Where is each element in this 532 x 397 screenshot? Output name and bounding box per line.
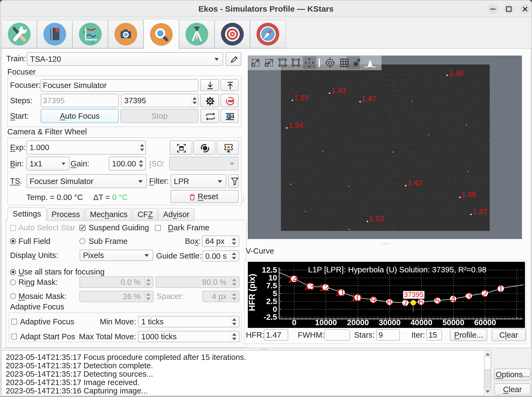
svg-text:9: 9 [371, 295, 376, 305]
svg-text:2.5: 2.5 [266, 297, 277, 306]
svg-text:13: 13 [304, 281, 315, 292]
svg-text:11: 11 [335, 287, 345, 298]
svg-text:10: 10 [351, 292, 362, 303]
svg-text:50000: 50000 [443, 318, 464, 327]
svg-text:1.42: 1.42 [408, 179, 422, 187]
svg-text:5: 5 [273, 289, 277, 298]
svg-text:1.43: 1.43 [331, 86, 346, 95]
svg-text:8: 8 [387, 297, 392, 307]
svg-text:14: 14 [288, 274, 298, 284]
svg-text:20000: 20000 [347, 318, 369, 327]
svg-text:10000: 10000 [315, 318, 337, 327]
svg-text:1.47: 1.47 [361, 95, 376, 103]
svg-text:40000: 40000 [411, 318, 432, 327]
svg-text:1.53: 1.53 [294, 93, 309, 102]
svg-text:0: 0 [273, 305, 277, 314]
svg-text:1.37: 1.37 [473, 207, 487, 216]
svg-text:-2.5: -2.5 [264, 313, 277, 321]
svg-text:12.5: 12.5 [262, 266, 277, 274]
svg-text:2: 2 [482, 288, 487, 299]
svg-text:L1P [LPR]: Hyperbola (U) Solut: L1P [LPR]: Hyperbola (U) Solution: 37395… [308, 265, 486, 274]
svg-text:Y: Y [82, 30, 85, 35]
svg-text:12: 12 [319, 282, 330, 293]
svg-text:x: x [92, 40, 94, 44]
svg-text:1.54: 1.54 [289, 121, 303, 129]
svg-text:60000: 60000 [474, 318, 496, 327]
svg-text:3: 3 [466, 291, 471, 301]
svg-text:1.46: 1.46 [462, 190, 476, 199]
svg-text:30000: 30000 [379, 318, 401, 327]
svg-text:5: 5 [435, 295, 440, 306]
svg-text:10: 10 [268, 273, 277, 282]
svg-text:0: 0 [292, 318, 296, 327]
svg-text:7.5: 7.5 [266, 281, 277, 290]
svg-text:1.48: 1.48 [449, 69, 464, 78]
svg-text:37395: 37395 [404, 291, 424, 299]
svg-text:1.53: 1.53 [369, 214, 384, 223]
svg-text:4: 4 [450, 294, 456, 304]
svg-text:1: 1 [498, 283, 503, 294]
svg-text:7: 7 [403, 298, 408, 308]
svg-text:HFR (pix): HFR (pix) [248, 274, 257, 311]
